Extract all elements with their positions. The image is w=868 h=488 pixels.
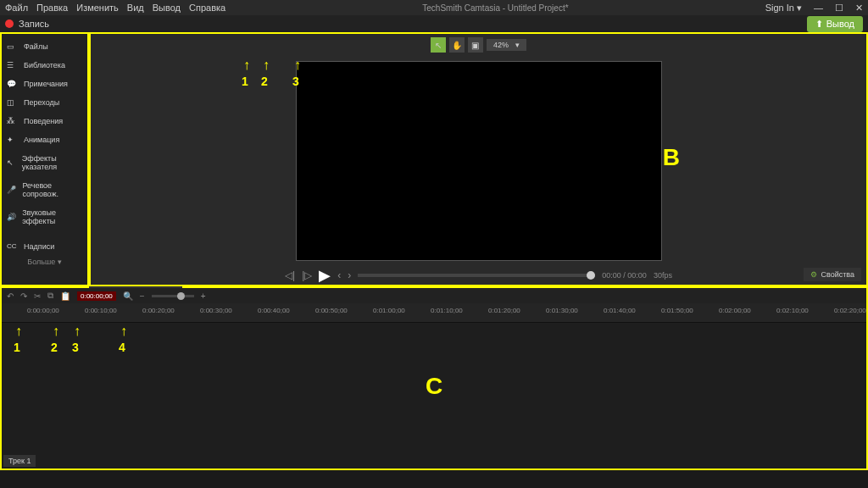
preview-panel: ↖ ✋ ▣ 42%▾ ↑ ↑ ↑ 1 2 3 B ◁| |▷ ▶ ‹ › 00:… (89, 32, 868, 286)
annotation-num: 1 (14, 341, 20, 354)
export-button[interactable]: ⬆ Вывод (807, 16, 863, 32)
gear-icon: ⚙ (810, 270, 817, 279)
sidebar-item-voice[interactable]: 🎤Речевое сопровож. (2, 176, 87, 203)
next-frame-icon[interactable]: |▷ (302, 269, 312, 281)
zoom-thumb[interactable] (177, 292, 185, 300)
canvas-toolbar: ↖ ✋ ▣ 42%▾ (431, 37, 526, 53)
annotations-icon: 💬 (7, 80, 19, 88)
sidebar-item-behaviors[interactable]: ⁂Поведения (2, 112, 87, 130)
tick: 0:02:10;00 (776, 307, 809, 314)
annotation-arrow: ↑ (294, 58, 301, 73)
record-icon (5, 19, 14, 28)
sidebar-item-captions[interactable]: CCНадписи (2, 237, 87, 256)
tick: 0:01:20;00 (488, 307, 520, 314)
tick: 0:00:20;00 (142, 307, 175, 314)
zoom-level[interactable]: 42%▾ (487, 39, 526, 51)
annotation-num: 3 (72, 341, 79, 354)
zoom-out-icon[interactable]: − (140, 291, 145, 301)
main-area: ▭Файлы ☰Библиотека 💬Примечания ◫Переходы… (0, 32, 868, 286)
redo-icon[interactable]: ↷ (20, 291, 27, 301)
menu-edit[interactable]: Правка (36, 3, 68, 13)
record-label: Запись (19, 19, 49, 29)
zoom-in-icon[interactable]: + (201, 291, 206, 301)
copy-icon[interactable]: ⧉ (47, 291, 53, 301)
annotation-arrow: ↑ (53, 324, 59, 339)
sidebar-item-cursor[interactable]: ↖Эффекты указателя (2, 149, 87, 176)
annotation-num: 1 (242, 75, 248, 88)
tools-sidebar: ▭Файлы ☰Библиотека 💬Примечания ◫Переходы… (0, 32, 89, 286)
behaviors-icon: ⁂ (7, 117, 19, 125)
scrubber-thumb[interactable] (587, 271, 595, 280)
zoom-icon[interactable]: 🔍 (123, 291, 133, 301)
annotation-arrow: ↑ (74, 324, 81, 339)
menubar: Файл Правка Изменить Вид Вывод Справка T… (0, 0, 868, 15)
paste-icon[interactable]: 📋 (60, 291, 70, 301)
sidebar-more[interactable]: Больше ▾ (2, 256, 87, 268)
chevron-down-icon: ▾ (515, 41, 520, 49)
annotation-num: 2 (51, 341, 58, 354)
prev-frame-icon[interactable]: ◁| (285, 269, 295, 281)
tick: 0:02:20;00 (834, 307, 866, 314)
export-label: Вывод (826, 19, 854, 29)
edit-tool[interactable]: ↖ (431, 37, 446, 53)
annotation-B: B (663, 144, 680, 171)
zoom-slider[interactable] (152, 295, 194, 297)
menu-file[interactable]: Файл (5, 3, 28, 13)
playback-controls: ◁| |▷ ▶ ‹ › 00:00 / 00:00 30fps (91, 266, 866, 285)
annotation-C: C (426, 373, 442, 400)
tick: 0:01:10;00 (431, 307, 463, 314)
properties-button[interactable]: ⚙Свойства (804, 268, 861, 281)
menu-modify[interactable]: Изменить (76, 3, 119, 13)
tick: 0:00:00;00 (27, 307, 59, 314)
close-icon[interactable]: ✕ (855, 3, 863, 14)
tick: 0:02:00;00 (719, 307, 751, 314)
tick: 0:01:00;00 (373, 307, 405, 314)
crop-tool[interactable]: ▣ (468, 37, 483, 53)
time-display: 00:00 / 00:00 (602, 271, 647, 280)
window-controls: Sign In ▾ — ☐ ✕ (765, 3, 863, 14)
step-back-icon[interactable]: ‹ (337, 269, 341, 281)
animations-icon: ✦ (7, 136, 19, 144)
menu-view[interactable]: Вид (127, 3, 144, 13)
annotation-arrow: ↑ (263, 58, 270, 73)
playhead-time: 0:00:00;00 (77, 291, 116, 301)
media-icon: ▭ (7, 42, 19, 51)
timeline-toolbar: ↶ ↷ ✂ ⧉ 📋 0:00:00;00 🔍 − + (0, 286, 868, 303)
annotation-arrow: ↑ (15, 324, 22, 339)
tick: 0:01:50;00 (661, 307, 693, 314)
sidebar-item-library[interactable]: ☰Библиотека (2, 56, 87, 75)
minimize-icon[interactable]: — (814, 3, 823, 13)
export-icon: ⬆ (815, 19, 823, 30)
tick: 0:00:50;00 (315, 307, 348, 314)
play-button[interactable]: ▶ (319, 266, 331, 285)
annotation-arrow: ↑ (120, 324, 127, 339)
annotation-num: 2 (261, 75, 268, 88)
timeline-ruler[interactable]: 0:00:00;000:00:10;000:00:20;000:00:30;00… (2, 303, 866, 323)
tick: 0:00:10;00 (85, 307, 117, 314)
maximize-icon[interactable]: ☐ (835, 3, 843, 14)
record-button[interactable]: Запись (5, 19, 49, 29)
cut-icon[interactable]: ✂ (34, 291, 41, 301)
menu-share[interactable]: Вывод (153, 3, 181, 13)
sidebar-item-annotations[interactable]: 💬Примечания (2, 75, 87, 93)
preview-canvas[interactable] (296, 61, 662, 261)
step-fwd-icon[interactable]: › (348, 269, 351, 281)
fps-display: 30fps (654, 271, 672, 280)
sidebar-item-audio[interactable]: 🔊Звуковые эффекты (2, 203, 87, 230)
record-bar: Запись ⬆ Вывод (0, 15, 868, 32)
tick: 0:01:40;00 (604, 307, 636, 314)
menu-help[interactable]: Справка (189, 3, 225, 13)
sidebar-item-transitions[interactable]: ◫Переходы (2, 93, 87, 112)
window-title: TechSmith Camtasia - Untitled Project* (422, 3, 568, 13)
undo-icon[interactable]: ↶ (7, 291, 14, 301)
sidebar-item-media[interactable]: ▭Файлы (2, 37, 87, 56)
track-label[interactable]: Трек 1 (3, 455, 36, 467)
audio-icon: 🔊 (7, 213, 17, 221)
sidebar-item-animations[interactable]: ✦Анимация (2, 130, 87, 149)
signin-link[interactable]: Sign In ▾ (765, 3, 802, 14)
scrubber[interactable] (358, 274, 595, 277)
tick: 0:00:40;00 (258, 307, 290, 314)
pan-tool[interactable]: ✋ (449, 37, 465, 53)
transitions-icon: ◫ (7, 98, 19, 107)
main-menu: Файл Правка Изменить Вид Вывод Справка (5, 3, 225, 13)
